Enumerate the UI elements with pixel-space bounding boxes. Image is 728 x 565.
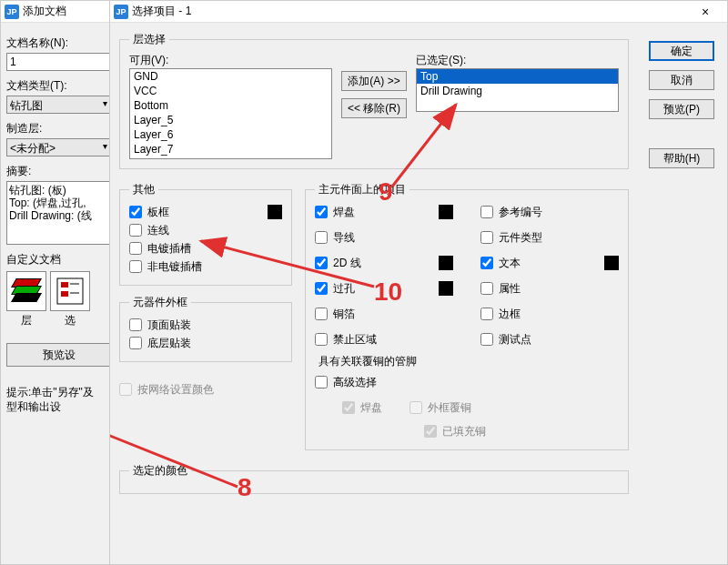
svg-rect-1 [61, 282, 68, 288]
advanced-checkbox[interactable] [315, 376, 328, 388]
close-icon[interactable]: × [687, 5, 723, 19]
preview-button[interactable]: 预览(P) [649, 99, 714, 119]
list-item[interactable]: GND [130, 69, 331, 84]
other-legend: 其他 [129, 182, 158, 197]
layer-select-legend: 层选择 [129, 32, 169, 47]
primary-legend: 主元件面上的项目 [315, 182, 410, 197]
add-doc-titlebar: JP 添加文档 [1, 1, 117, 23]
board-outline-label: 板框 [147, 205, 169, 220]
add-document-window: JP 添加文档 文档名称(N): 文档类型(T): 钻孔图 制造层: <未分配>… [0, 0, 118, 565]
vias-label: 过孔 [333, 281, 355, 297]
add-layer-button[interactable]: 添加(A) >> [341, 71, 407, 91]
cancel-button[interactable]: 取消 [649, 70, 714, 90]
preview-settings-button[interactable]: 预览设 [6, 343, 112, 367]
help-button[interactable]: 帮助(H) [649, 148, 714, 168]
color-swatch[interactable] [439, 281, 453, 296]
layers-icon [10, 275, 43, 308]
summary-line: Drill Drawing: (线 [9, 209, 109, 222]
comp-bot-checkbox[interactable] [129, 337, 142, 349]
list-item[interactable]: Layer_6 [130, 127, 331, 142]
color-swatch[interactable] [439, 205, 453, 219]
parttype-label: 元件类型 [499, 230, 542, 246]
plated-slots-checkbox[interactable] [129, 242, 142, 255]
comp-top-checkbox[interactable] [129, 318, 142, 331]
refdes-checkbox[interactable] [480, 206, 493, 218]
doc-name-input[interactable] [6, 53, 112, 71]
parttype-checkbox[interactable] [480, 231, 493, 244]
pads-checkbox[interactable] [315, 206, 328, 218]
app-icon: JP [5, 5, 19, 19]
assoc-pads-checkbox [342, 401, 355, 414]
pads-label: 焊盘 [333, 205, 355, 220]
list-item[interactable]: VCC [130, 84, 331, 98]
selected-listbox[interactable]: Top Drill Drawing [416, 68, 619, 112]
available-listbox[interactable]: GND VCC Bottom Layer_5 Layer_6 Layer_7 [129, 68, 332, 159]
other-group: 其他 板框 连线 电镀插槽 非电镀插槽 [119, 182, 292, 286]
list-item[interactable]: Layer_5 [130, 113, 331, 127]
bynet-checkbox [119, 383, 132, 396]
color-swatch[interactable] [604, 256, 619, 270]
component-frame-group: 元器件外框 顶面贴装 底层贴装 [119, 295, 292, 362]
lines2d-checkbox[interactable] [315, 257, 328, 269]
custom-doc-label: 自定义文档 [6, 252, 112, 267]
color-swatch[interactable] [439, 256, 453, 270]
lines2d-label: 2D 线 [333, 256, 361, 271]
svg-rect-2 [61, 291, 68, 297]
bynet-label: 按网络设置颜色 [137, 382, 214, 398]
list-item[interactable]: Layer_7 [130, 142, 331, 156]
summary-line: Top: (焊盘,过孔, [9, 197, 109, 209]
connections-checkbox[interactable] [129, 224, 142, 237]
testpt-label: 测试点 [499, 332, 531, 348]
remove-layer-button[interactable]: << 移除(R) [341, 98, 407, 118]
selected-label: 已选定(S): [416, 53, 619, 68]
keepout-checkbox[interactable] [315, 333, 328, 346]
summary-box: 钻孔图: (板) Top: (焊盘,过孔, Drill Drawing: (线 [6, 181, 112, 245]
assoc-filled-checkbox [424, 425, 437, 438]
selected-color-legend: 选定的颜色 [129, 463, 191, 479]
primary-items-group: 主元件面上的项目 焊盘 导线 2D 线 过孔 铜箔 禁止区域 参考编号 元件 [305, 182, 629, 450]
nonplated-slots-label: 非电镀插槽 [147, 259, 202, 275]
doc-type-label: 文档类型(T): [6, 78, 112, 94]
add-doc-title: 添加文档 [23, 4, 114, 19]
layers-button[interactable] [6, 271, 46, 311]
attrs-checkbox[interactable] [480, 282, 493, 295]
available-label: 可用(V): [129, 53, 332, 68]
mfg-layer-combo[interactable]: <未分配> [6, 138, 112, 156]
options-button[interactable] [50, 271, 90, 311]
select-title: 选择项目 - 1 [132, 4, 687, 19]
compframe-legend: 元器件外框 [129, 295, 191, 310]
copper-label: 铜箔 [333, 307, 355, 322]
connections-label: 连线 [147, 223, 169, 238]
summary-line: 钻孔图: (板) [9, 184, 109, 197]
color-swatch[interactable] [268, 205, 282, 219]
keepout-label: 禁止区域 [333, 332, 377, 348]
options-btn-label: 选 [50, 313, 90, 328]
list-item[interactable]: Drill Drawing [417, 84, 618, 98]
vias-checkbox[interactable] [315, 282, 328, 295]
select-titlebar: JP 选择项目 - 1 × [110, 1, 727, 23]
plated-slots-label: 电镀插槽 [147, 241, 191, 257]
assoc-outer-checkbox [410, 401, 422, 414]
assoc-copper-legend: 具有关联覆铜的管脚 [315, 354, 619, 369]
outline-label: 边框 [499, 307, 521, 322]
nonplated-slots-checkbox[interactable] [129, 260, 142, 273]
select-items-window: JP 选择项目 - 1 × 确定 取消 预览(P) 帮助(H) 层选择 可用(V… [109, 0, 728, 565]
doc-type-combo[interactable]: 钻孔图 [6, 96, 112, 114]
traces-checkbox[interactable] [315, 231, 328, 244]
app-icon: JP [114, 5, 128, 19]
mfg-layer-label: 制造层: [6, 121, 112, 136]
ok-button[interactable]: 确定 [649, 41, 714, 61]
comp-top-label: 顶面贴装 [147, 318, 191, 333]
list-item[interactable]: Bottom [130, 98, 331, 113]
testpt-checkbox[interactable] [480, 333, 493, 346]
assoc-outer-label: 外框覆铜 [428, 400, 471, 416]
board-outline-checkbox[interactable] [129, 206, 142, 218]
list-item[interactable]: Top [417, 69, 618, 84]
text-checkbox[interactable] [480, 257, 493, 269]
outline-checkbox[interactable] [480, 308, 493, 320]
copper-checkbox[interactable] [315, 308, 328, 320]
options-icon [54, 275, 86, 308]
assoc-pads-label: 焊盘 [360, 400, 382, 416]
attrs-label: 属性 [499, 281, 521, 297]
refdes-label: 参考编号 [499, 205, 542, 220]
